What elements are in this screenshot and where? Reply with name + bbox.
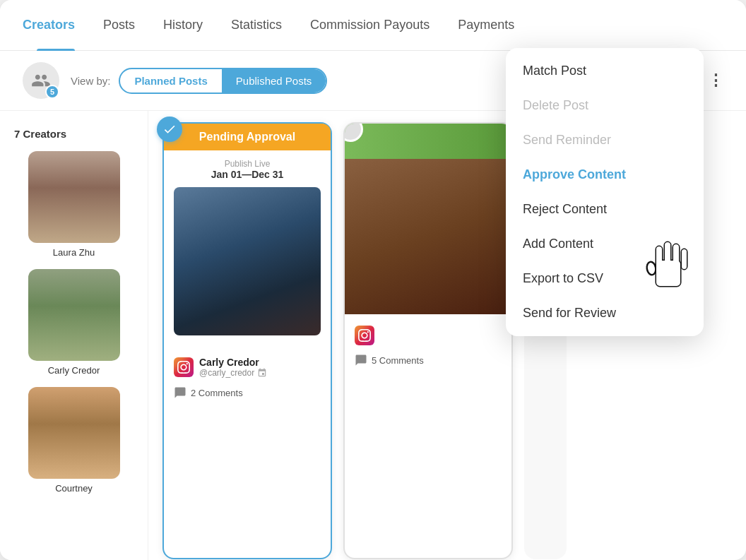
planned-posts-button[interactable]: Planned Posts bbox=[120, 69, 221, 93]
view-toggle: Planned Posts Published Posts bbox=[119, 68, 327, 94]
nav-item-creators[interactable]: Creators bbox=[23, 0, 89, 51]
creator-item-courtney[interactable]: Courtney bbox=[11, 387, 136, 494]
card-footer-2 bbox=[345, 320, 511, 348]
creator-card-name-1: Carly Credor bbox=[199, 357, 321, 368]
creator-handle-1: @carly_credor bbox=[199, 368, 321, 378]
comments-label-1: 2 Comments bbox=[191, 388, 243, 398]
creator-avatar-laura bbox=[28, 151, 120, 243]
nav-bar: Creators Posts History Statistics Commis… bbox=[0, 0, 746, 51]
creator-info-1: Carly Credor @carly_credor bbox=[199, 357, 321, 378]
sidebar: 7 Creators Laura Zhu Carly Credor Courtn… bbox=[0, 111, 148, 560]
app-container: Creators Posts History Statistics Commis… bbox=[0, 0, 746, 560]
publish-dates: Jan 01—Dec 31 bbox=[174, 169, 321, 180]
calendar-icon bbox=[257, 368, 267, 378]
instagram-icon-1 bbox=[174, 357, 194, 377]
creator-name-laura: Laura Zhu bbox=[53, 247, 95, 258]
comments-label-2: 5 Comments bbox=[372, 355, 424, 366]
sidebar-title: 7 Creators bbox=[11, 128, 136, 140]
card-body-1: Publish Live Jan 01—Dec 31 bbox=[164, 150, 331, 351]
post-card-2[interactable]: 5 Comments bbox=[343, 122, 513, 559]
nav-item-posts[interactable]: Posts bbox=[89, 0, 149, 51]
creator-avatar-group[interactable]: 5 bbox=[23, 62, 59, 99]
menu-item-send-reminder: Send Reminder bbox=[506, 123, 704, 157]
more-options-button[interactable]: ⋮ bbox=[708, 71, 723, 90]
creator-name-carly: Carly Credor bbox=[48, 365, 100, 376]
card-image-1 bbox=[174, 187, 321, 335]
post-card-1[interactable]: Pending Approval Publish Live Jan 01—Dec… bbox=[162, 122, 332, 559]
dropdown-menu: Match Post Delete Post Send Reminder App… bbox=[506, 48, 704, 336]
card2-image bbox=[345, 159, 511, 314]
creator-item-laura[interactable]: Laura Zhu bbox=[11, 151, 136, 258]
comment-icon-1 bbox=[174, 386, 186, 399]
card-comments-1[interactable]: 2 Comments bbox=[164, 381, 331, 407]
creator-item-carly[interactable]: Carly Credor bbox=[11, 269, 136, 376]
avatar-badge: 5 bbox=[45, 85, 59, 99]
nav-item-history[interactable]: History bbox=[149, 0, 217, 51]
nav-item-commission-payouts[interactable]: Commission Payouts bbox=[296, 0, 444, 51]
creator-avatar-carly bbox=[28, 269, 120, 361]
comment-icon-2 bbox=[355, 354, 367, 367]
menu-item-delete-post: Delete Post bbox=[506, 88, 704, 123]
instagram-icon-2 bbox=[355, 326, 374, 345]
creator-name-courtney: Courtney bbox=[55, 483, 93, 494]
menu-item-approve-content[interactable]: Approve Content bbox=[506, 157, 704, 192]
pending-approval-banner: Pending Approval bbox=[164, 124, 331, 150]
card-check-icon bbox=[157, 117, 182, 142]
menu-item-reject-content[interactable]: Reject Content bbox=[506, 192, 704, 227]
menu-item-add-content[interactable]: Add Content bbox=[506, 227, 704, 261]
nav-item-statistics[interactable]: Statistics bbox=[217, 0, 296, 51]
creator-avatar-courtney bbox=[28, 387, 120, 479]
menu-item-send-for-review[interactable]: Send for Review bbox=[506, 296, 704, 330]
card-comments-2[interactable]: 5 Comments bbox=[345, 348, 511, 375]
view-by-label: View by: bbox=[71, 75, 110, 87]
menu-item-export-csv[interactable]: Export to CSV bbox=[506, 261, 704, 296]
published-posts-button[interactable]: Published Posts bbox=[222, 69, 326, 93]
card-footer-1: Carly Credor @carly_credor bbox=[164, 351, 331, 381]
card2-top bbox=[345, 124, 511, 159]
menu-item-match-post[interactable]: Match Post bbox=[506, 54, 704, 88]
nav-item-payments[interactable]: Payments bbox=[444, 0, 528, 51]
publish-label: Publish Live bbox=[174, 159, 321, 169]
